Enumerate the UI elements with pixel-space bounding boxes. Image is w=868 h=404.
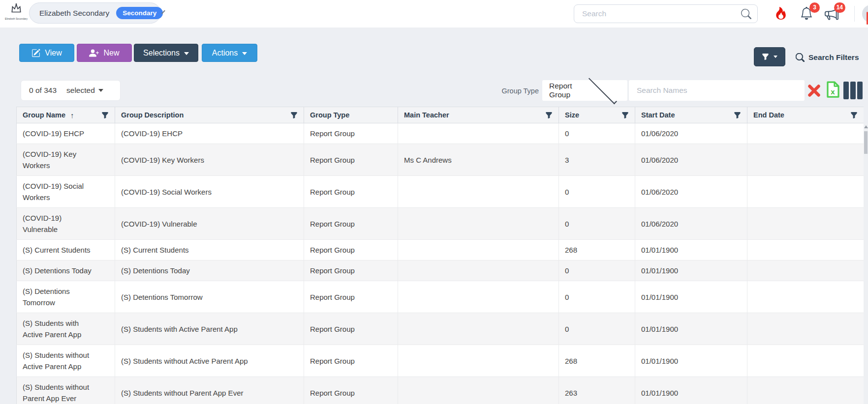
column-header-group-type[interactable]: Group Type [304, 107, 398, 123]
column-header-main-teacher[interactable]: Main Teacher [398, 107, 559, 123]
cell-name: (S) Students without Active Parent App [17, 345, 115, 377]
cell-size: 3 [559, 144, 635, 176]
cell-name: (S) Students without Parent App Ever [17, 377, 115, 404]
announcements-megaphone-icon[interactable]: 14 [825, 7, 838, 21]
new-button[interactable]: New [77, 44, 132, 62]
table-row[interactable]: (COVID-19) Social Workers(COVID-19) Soci… [17, 176, 864, 208]
selection-summary: 0 of 343 selected [21, 80, 121, 101]
global-search [574, 4, 758, 23]
filter-funnel-icon[interactable] [290, 112, 298, 119]
scrollbar-thumb[interactable] [864, 131, 868, 154]
cell-type: Report Group [304, 345, 398, 377]
new-button-label: New [103, 49, 119, 58]
cell-start-date: 01/01/1900 [635, 281, 747, 313]
column-header-start-date[interactable]: Start Date [635, 107, 747, 123]
table-row[interactable]: (S) Students with Active Parent App(S) S… [17, 313, 864, 345]
cell-description: (COVID-19) Vulnerable [115, 208, 304, 240]
cell-start-date: 01/06/2020 [635, 144, 747, 176]
cell-end-date [747, 345, 864, 377]
cell-size: 0 [559, 260, 635, 281]
cell-name: (COVID-19) Key Workers [17, 144, 115, 176]
topbar-divider [854, 6, 855, 22]
cell-size: 0 [559, 176, 635, 208]
column-header-group-name[interactable]: Group Name ↑ [17, 107, 115, 123]
table-row[interactable]: (S) Students without Parent App Ever(S) … [17, 377, 864, 404]
group-table-body: (COVID-19) EHCP(COVID-19) EHCPReport Gro… [17, 123, 864, 404]
notifications-bell-icon[interactable]: 3 [800, 7, 814, 21]
caret-down-icon [242, 52, 247, 55]
caret-down-icon [98, 89, 103, 92]
filter-funnel-icon[interactable] [101, 112, 109, 119]
selected-dropdown[interactable]: selected [66, 86, 103, 95]
cell-description: (COVID-19) EHCP [115, 123, 304, 144]
cell-start-date: 01/06/2020 [635, 123, 747, 144]
filter-funnel-icon[interactable] [545, 112, 553, 119]
group-type-label: Group Type [492, 87, 539, 95]
vertical-scrollbar[interactable] [864, 123, 868, 404]
selections-dropdown-button[interactable]: Selections [134, 44, 198, 62]
search-icon [796, 53, 805, 62]
logo-caption: Elizabeth Secondary [5, 17, 28, 20]
funnel-icon [762, 53, 769, 60]
table-row[interactable]: (COVID-19) Vulnerable(COVID-19) Vulnerab… [17, 208, 864, 240]
global-search-input[interactable] [582, 9, 741, 18]
cell-description: (COVID-19) Key Workers [115, 144, 304, 176]
caret-down-icon [184, 52, 189, 55]
filter-funnel-icon[interactable] [850, 112, 858, 119]
chevron-down-icon [588, 76, 617, 104]
group-type-selected-value: Report Group [549, 82, 585, 99]
selected-dropdown-label: selected [66, 86, 95, 95]
school-selector[interactable]: Elizabeth Secondary Secondary [29, 2, 161, 24]
top-bar: Elizabeth Secondary Elizabeth Secondary … [0, 0, 868, 28]
streak-flame-icon[interactable] [775, 7, 788, 21]
cell-teacher [398, 281, 559, 313]
columns-icon[interactable] [843, 82, 863, 99]
cell-teacher [398, 377, 559, 404]
cell-name: (S) Current Students [17, 240, 115, 260]
cell-name: (COVID-19) Social Workers [17, 176, 115, 208]
cell-description: (S) Detentions Today [115, 260, 304, 281]
export-excel-icon[interactable]: x [826, 81, 840, 100]
selections-button-label: Selections [143, 49, 180, 58]
cell-end-date [747, 144, 864, 176]
cell-size: 0 [559, 313, 635, 345]
search-filters-button[interactable]: Search Filters [796, 53, 859, 62]
search-icon[interactable] [741, 9, 751, 19]
cell-name: (S) Detentions Tomorrow [17, 281, 115, 313]
column-header-size[interactable]: Size [559, 107, 635, 123]
cell-type: Report Group [304, 208, 398, 240]
school-logo[interactable]: Elizabeth Secondary [5, 3, 28, 20]
filter-split-button[interactable] [754, 47, 785, 66]
filter-funnel-icon[interactable] [621, 112, 629, 119]
column-header-end-date[interactable]: End Date [747, 107, 864, 123]
cell-type: Report Group [304, 123, 398, 144]
cell-description: (COVID-19) Social Workers [115, 176, 304, 208]
table-row[interactable]: (S) Current Students(S) Current Students… [17, 240, 864, 260]
table-row[interactable]: (S) Detentions Tomorrow(S) Detentions To… [17, 281, 864, 313]
crest-icon [10, 8, 23, 16]
table-row[interactable]: (COVID-19) Key Workers(COVID-19) Key Wor… [17, 144, 864, 176]
table-row[interactable]: (S) Students without Active Parent App(S… [17, 345, 864, 377]
cell-name: (S) Students with Active Parent App [17, 313, 115, 345]
table-row[interactable]: (S) Detentions Today(S) Detentions Today… [17, 260, 864, 281]
group-type-select[interactable]: Report Group [542, 80, 627, 101]
cell-end-date [747, 377, 864, 404]
search-names-input[interactable] [629, 80, 805, 101]
cell-type: Report Group [304, 144, 398, 176]
column-header-group-description[interactable]: Group Description [115, 107, 304, 123]
cell-size: 268 [559, 345, 635, 377]
cell-teacher [398, 260, 559, 281]
cell-start-date: 01/01/1900 [635, 313, 747, 345]
app-screen: Elizabeth Secondary Elizabeth Secondary … [0, 0, 868, 404]
actions-dropdown-button[interactable]: Actions [202, 44, 257, 62]
cell-start-date: 01/06/2020 [635, 208, 747, 240]
view-button[interactable]: View [19, 44, 74, 62]
clear-filters-x-icon[interactable] [807, 84, 821, 100]
scroll-up-arrow-icon[interactable] [864, 125, 868, 128]
sort-ascending-icon[interactable]: ↑ [70, 111, 74, 119]
cell-end-date [747, 260, 864, 281]
cell-size: 263 [559, 377, 635, 404]
table-row[interactable]: (COVID-19) EHCP(COVID-19) EHCPReport Gro… [17, 123, 864, 144]
filter-funnel-icon[interactable] [734, 112, 741, 119]
notifications-count-badge: 3 [809, 2, 820, 13]
